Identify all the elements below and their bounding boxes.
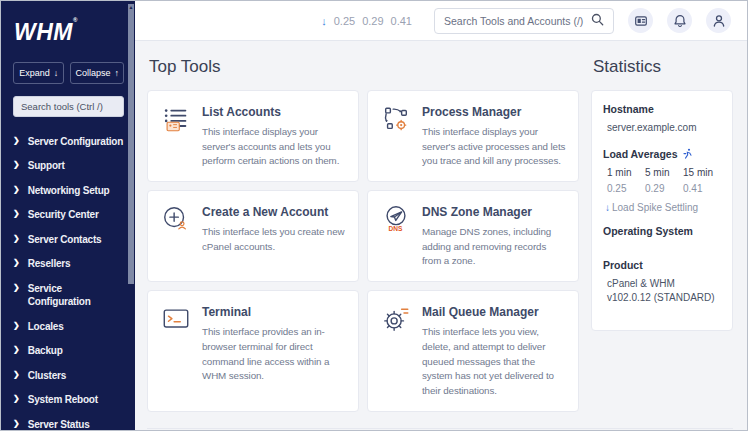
load-5min: 0.29 xyxy=(362,15,383,27)
terminal-icon xyxy=(161,304,191,334)
chevron-right-icon: ❯ xyxy=(13,159,20,170)
card-title[interactable]: Create a New Account xyxy=(202,205,346,219)
news-card-icon[interactable] xyxy=(628,8,653,33)
sidebar-item-locales[interactable]: ❯Locales xyxy=(13,314,135,339)
global-search-input[interactable] xyxy=(444,15,585,27)
chevron-right-icon: ❯ xyxy=(13,257,20,268)
chevron-right-icon: ❯ xyxy=(13,393,20,404)
load-runner-icon xyxy=(683,148,693,161)
global-search xyxy=(434,8,614,34)
notifications-bell-icon[interactable] xyxy=(667,8,692,33)
card-title[interactable]: DNS Zone Manager xyxy=(422,205,566,219)
top-tools-grid: List Accounts This interface displays yo… xyxy=(147,90,579,412)
sidebar-item-resellers[interactable]: ❯Resellers xyxy=(13,252,135,277)
statistics-heading: Statistics xyxy=(593,57,733,77)
sidebar-item-server-configuration[interactable]: ❯Server Configuration xyxy=(13,129,135,154)
load-col-15min: 15 min xyxy=(683,167,721,178)
card-terminal[interactable]: Terminal This interface provides an in-b… xyxy=(147,290,359,411)
card-create-new-account[interactable]: Create a New Account This interface lets… xyxy=(147,190,359,282)
whm-window: WHM® Expand↓ Collapse↑ ❯Server Configura… xyxy=(0,0,748,431)
load-val-15min: 0.41 xyxy=(683,183,721,194)
user-profile-icon[interactable] xyxy=(706,8,731,33)
card-description: This interface displays your server's ac… xyxy=(202,125,346,169)
scroll-up-icon: ▲ xyxy=(128,4,134,10)
load-trend-down-icon: ↓ xyxy=(321,15,327,27)
card-description: This interface provides an in-browser te… xyxy=(202,325,346,384)
collapse-all-button[interactable]: Collapse↑ xyxy=(70,62,124,84)
expand-all-button[interactable]: Expand↓ xyxy=(13,62,64,84)
sidebar-nav: ❯Server Configuration ❯Support ❯Networki… xyxy=(1,127,135,430)
sidebar-item-support[interactable]: ❯Support xyxy=(13,154,135,179)
sidebar-item-service-configuration[interactable]: ❯Service Configuration xyxy=(13,276,135,314)
hostname-label: Hostname xyxy=(603,103,721,115)
statistics-panel: Hostname server.example.com Load Average… xyxy=(591,90,733,331)
list-accounts-icon xyxy=(161,104,191,134)
load-averages-label: Load Averages xyxy=(603,148,721,161)
sidebar: WHM® Expand↓ Collapse↑ ❯Server Configura… xyxy=(1,1,135,430)
operating-system-label: Operating System xyxy=(603,225,721,237)
card-list-accounts[interactable]: List Accounts This interface displays yo… xyxy=(147,90,359,182)
load-val-1min: 0.25 xyxy=(607,183,645,194)
chevron-right-icon: ❯ xyxy=(13,418,20,429)
main-area: ↓ 0.25 0.29 0.41 xyxy=(135,1,747,430)
dns-zone-icon: DNS xyxy=(381,204,411,234)
content: Top Tools List Accounts xyxy=(135,41,747,430)
create-account-icon xyxy=(161,204,191,234)
card-title[interactable]: List Accounts xyxy=(202,105,346,119)
card-dns-zone-manager[interactable]: DNS DNS Zone Manager Manage DNS zones, i… xyxy=(367,190,579,282)
tools-section: Tools Server Configuration xyxy=(147,428,733,430)
card-description: This interface lets you view, delete, an… xyxy=(422,325,566,398)
sidebar-scrollbar-thumb[interactable]: ▲ xyxy=(128,4,134,284)
sidebar-item-clusters[interactable]: ❯Clusters xyxy=(13,363,135,388)
process-manager-icon xyxy=(381,104,411,134)
load-col-5min: 5 min xyxy=(645,167,683,178)
registered-mark: ® xyxy=(73,17,78,23)
card-process-manager[interactable]: Process Manager This interface displays … xyxy=(367,90,579,182)
sidebar-item-security-center[interactable]: ❯Security Center xyxy=(13,203,135,228)
mail-queue-icon xyxy=(381,304,411,334)
product-value: cPanel & WHM v102.0.12 (STANDARD) xyxy=(607,277,721,306)
chevron-right-icon: ❯ xyxy=(13,344,20,355)
chevron-right-icon: ❯ xyxy=(13,135,20,146)
load-15min: 0.41 xyxy=(391,15,412,27)
topbar: ↓ 0.25 0.29 0.41 xyxy=(135,1,747,41)
sidebar-item-server-status[interactable]: ❯Server Status xyxy=(13,412,135,430)
chevron-right-icon: ❯ xyxy=(13,369,20,380)
card-title[interactable]: Mail Queue Manager xyxy=(422,305,566,319)
svg-text:DNS: DNS xyxy=(389,225,403,232)
chevron-right-icon: ❯ xyxy=(13,208,20,219)
topbar-load-averages: ↓ 0.25 0.29 0.41 xyxy=(321,15,412,27)
chevron-right-icon: ❯ xyxy=(13,320,20,331)
card-description: Manage DNS zones, including adding and r… xyxy=(422,225,566,269)
arrow-down-icon: ↓ xyxy=(605,202,610,213)
card-title[interactable]: Process Manager xyxy=(422,105,566,119)
card-description: This interface lets you create new cPane… xyxy=(202,225,346,254)
sidebar-scrollbar[interactable]: ▲ xyxy=(127,1,135,430)
arrow-down-icon: ↓ xyxy=(54,68,59,78)
load-col-1min: 1 min xyxy=(607,167,645,178)
load-averages-table: 1 min 5 min 15 min 0.25 0.29 0.41 xyxy=(607,167,721,194)
arrow-up-icon: ↑ xyxy=(115,68,120,78)
sidebar-item-system-reboot[interactable]: ❯System Reboot xyxy=(13,388,135,413)
load-1min: 0.25 xyxy=(334,15,355,27)
card-mail-queue-manager[interactable]: Mail Queue Manager This interface lets y… xyxy=(367,290,579,411)
sidebar-item-networking-setup[interactable]: ❯Networking Setup xyxy=(13,178,135,203)
sidebar-item-backup[interactable]: ❯Backup xyxy=(13,339,135,364)
product-label: Product xyxy=(603,259,721,271)
top-tools-heading: Top Tools xyxy=(149,57,579,77)
chevron-right-icon: ❯ xyxy=(13,282,20,293)
chevron-right-icon: ❯ xyxy=(13,184,20,195)
card-title[interactable]: Terminal xyxy=(202,305,346,319)
load-spike-status: ↓ Load Spike Settling xyxy=(605,202,721,213)
search-icon[interactable] xyxy=(591,12,604,30)
chevron-right-icon: ❯ xyxy=(13,233,20,244)
whm-logo: WHM® xyxy=(14,17,135,46)
hostname-value: server.example.com xyxy=(607,121,721,136)
load-val-5min: 0.29 xyxy=(645,183,683,194)
card-description: This interface displays your server's ac… xyxy=(422,125,566,169)
sidebar-search-input[interactable] xyxy=(13,96,124,117)
sidebar-item-server-contacts[interactable]: ❯Server Contacts xyxy=(13,227,135,252)
